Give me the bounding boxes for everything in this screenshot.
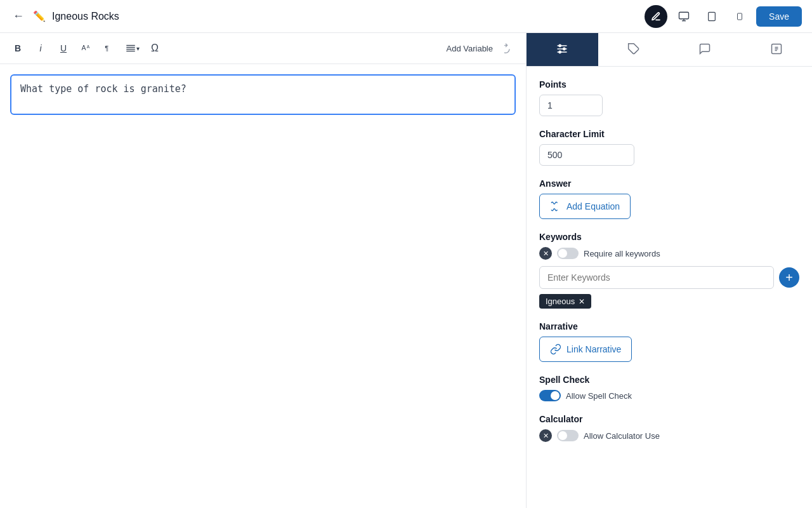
calculator-thumb	[558, 431, 567, 440]
tab-comment[interactable]	[669, 33, 741, 66]
spell-check-toggle-label: Allow Spell Check	[566, 391, 632, 401]
require-all-row: ✕ Require all keywords	[539, 247, 799, 260]
tab-help[interactable]	[741, 33, 813, 66]
tag-icon	[627, 43, 640, 55]
header-left: ← ✏️ Igneous Rocks	[10, 7, 119, 25]
omega-button[interactable]: Ω	[145, 38, 165, 58]
tablet-icon	[707, 11, 717, 22]
narrative-label: Narrative	[539, 321, 799, 331]
keyword-tag-label: Igneous	[546, 297, 575, 306]
document-icon: ✏️	[33, 10, 46, 22]
calculator-row: ✕ Allow Calculator Use	[539, 429, 799, 442]
back-button[interactable]: ←	[10, 7, 27, 25]
require-all-toggle-x[interactable]: ✕	[539, 247, 552, 260]
main-content: B i U A A ¶ ▾ Ω	[0, 33, 812, 508]
keyword-tags: Igneous ✕	[539, 294, 799, 309]
keyword-tag-remove[interactable]: ✕	[579, 298, 585, 305]
keywords-section: Keywords ✕ Require all keywords + Igneou…	[539, 232, 799, 309]
undo-icon	[504, 43, 514, 53]
keyword-input-row: +	[539, 266, 799, 289]
link-narrative-button[interactable]: Link Narrative	[539, 337, 632, 362]
link-icon	[550, 344, 561, 355]
right-content: Points Character Limit Answer Add Equati…	[527, 67, 812, 508]
character-limit-section: Character Limit	[539, 129, 799, 166]
toolbar: B i U A A ¶ ▾ Ω	[0, 33, 526, 64]
align-button[interactable]: ▾	[122, 38, 142, 58]
spell-check-thumb	[551, 391, 560, 400]
tab-settings[interactable]	[527, 33, 598, 66]
spell-check-label: Spell Check	[539, 375, 799, 385]
mobile-view-button[interactable]	[728, 5, 751, 28]
calculator-toggle-label: Allow Calculator Use	[584, 431, 660, 441]
save-button[interactable]: Save	[756, 6, 802, 27]
edit-icon-button[interactable]	[645, 5, 667, 28]
right-panel: Points Character Limit Answer Add Equati…	[527, 33, 812, 508]
require-all-toggle[interactable]	[557, 248, 579, 259]
keyword-tag-igneous: Igneous ✕	[539, 294, 591, 309]
paragraph-icon: ¶	[103, 43, 115, 54]
points-input[interactable]	[539, 95, 603, 116]
add-equation-button[interactable]: Add Equation	[539, 194, 631, 219]
spell-check-row: Allow Spell Check	[539, 390, 799, 401]
equation-icon	[550, 201, 561, 212]
page-title: Igneous Rocks	[52, 11, 119, 22]
answer-section: Answer Add Equation	[539, 178, 799, 219]
tab-bar	[527, 33, 812, 67]
font-size-icon: A A	[81, 43, 92, 54]
tab-tag[interactable]	[598, 33, 670, 66]
tablet-view-button[interactable]	[700, 5, 723, 28]
comment-icon	[698, 43, 711, 55]
header-right: Save	[645, 5, 802, 28]
help-icon	[770, 43, 783, 55]
paragraph-button[interactable]: ¶	[99, 38, 119, 58]
svg-point-19	[559, 51, 561, 53]
align-dropdown-arrow: ▾	[136, 45, 140, 52]
font-size-button[interactable]: A A	[76, 38, 96, 58]
left-panel: B i U A A ¶ ▾ Ω	[0, 33, 527, 508]
spell-check-toggle[interactable]	[539, 390, 561, 401]
svg-text:A: A	[87, 44, 90, 49]
desktop-icon	[678, 11, 690, 22]
svg-text:¶: ¶	[105, 44, 108, 52]
undo-button[interactable]	[501, 39, 518, 57]
keywords-label: Keywords	[539, 232, 799, 242]
svg-rect-0	[679, 12, 689, 19]
svg-rect-5	[738, 13, 742, 20]
settings-icon	[556, 43, 568, 55]
link-narrative-label: Link Narrative	[566, 344, 621, 354]
add-variable-button[interactable]: Add Variable	[442, 41, 498, 56]
narrative-section: Narrative Link Narrative	[539, 321, 799, 362]
points-label: Points	[539, 79, 799, 90]
character-limit-input[interactable]	[539, 144, 634, 166]
calculator-toggle[interactable]	[557, 430, 579, 441]
header: ← ✏️ Igneous Rocks Save	[0, 0, 812, 33]
points-section: Points	[539, 79, 799, 116]
align-icon	[125, 43, 136, 54]
require-all-label: Require all keywords	[584, 249, 660, 258]
toggle-thumb	[558, 249, 567, 258]
desktop-view-button[interactable]	[672, 5, 695, 28]
svg-text:A: A	[82, 44, 86, 51]
answer-label: Answer	[539, 178, 799, 189]
svg-point-17	[559, 44, 561, 46]
bold-button[interactable]: B	[8, 38, 28, 58]
calculator-label: Calculator	[539, 414, 799, 424]
keyword-input[interactable]	[539, 266, 774, 289]
pen-icon	[651, 11, 661, 22]
spell-check-section: Spell Check Allow Spell Check	[539, 375, 799, 401]
underline-button[interactable]: U	[53, 38, 74, 58]
mobile-icon	[736, 11, 743, 22]
question-input[interactable]: What type of rock is granite?	[10, 74, 516, 115]
add-keyword-button[interactable]: +	[779, 267, 799, 288]
calculator-toggle-x[interactable]: ✕	[539, 429, 552, 442]
italic-button[interactable]: i	[30, 38, 51, 58]
calculator-section: Calculator ✕ Allow Calculator Use	[539, 414, 799, 442]
svg-rect-3	[709, 12, 716, 20]
svg-point-18	[563, 48, 565, 50]
question-area: What type of rock is granite?	[0, 64, 526, 508]
character-limit-label: Character Limit	[539, 129, 799, 139]
add-equation-label: Add Equation	[566, 201, 620, 211]
